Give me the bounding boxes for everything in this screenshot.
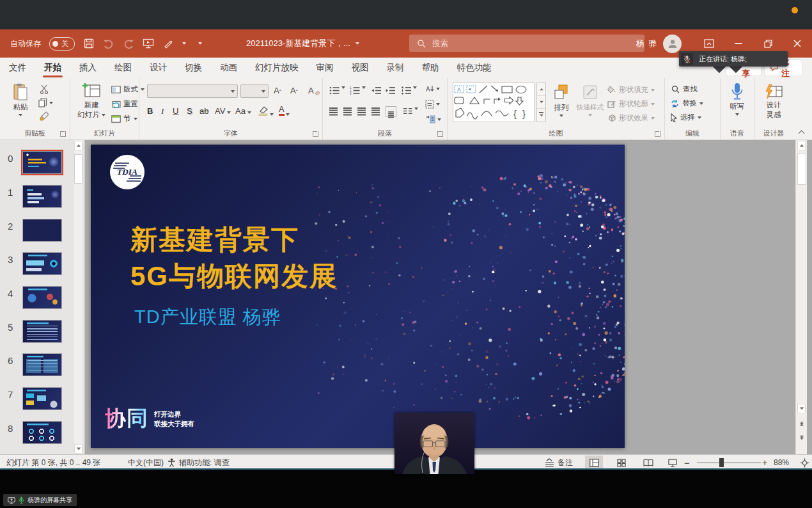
shapes-gallery[interactable]: A	[453, 83, 535, 122]
section-button[interactable]: 节	[111, 114, 137, 123]
scrollbar-thumb[interactable]	[797, 153, 806, 185]
tab-record[interactable]: 录制	[378, 58, 413, 78]
tab-home[interactable]: 开始	[35, 58, 70, 78]
shape-outline-button[interactable]: 形状轮廓	[607, 99, 655, 109]
slide-title-textbox[interactable]: 新基建背景下 5G与物联网发展	[130, 221, 338, 294]
slide-sorter-view-button[interactable]	[613, 456, 630, 470]
save-button[interactable]	[83, 38, 95, 49]
line-spacing-button[interactable]	[401, 86, 417, 95]
slide-subtitle-textbox[interactable]: TD产业联盟 杨骅	[134, 305, 281, 330]
tab-slideshow[interactable]: 幻灯片放映	[246, 58, 308, 78]
slide-thumbnail-2[interactable]	[23, 219, 61, 241]
accessibility-status[interactable]: 辅助功能: 调查	[168, 455, 230, 470]
highlight-color-button[interactable]	[258, 106, 274, 116]
zoom-slider-thumb[interactable]	[719, 458, 724, 467]
start-slideshow-button[interactable]	[143, 38, 154, 49]
quick-styles-button[interactable]: 快速样式	[575, 84, 605, 116]
zoom-in-button[interactable]: +	[762, 455, 767, 470]
slide-thumbnail-3[interactable]	[23, 253, 61, 274]
clear-formatting-button[interactable]: A	[308, 86, 320, 95]
clipboard-dialog-launcher[interactable]	[60, 131, 66, 137]
zoom-level[interactable]: 88%	[774, 455, 789, 470]
thumbnail-scroll-down-button[interactable]	[74, 444, 82, 454]
font-name-combo[interactable]	[147, 84, 238, 98]
document-title[interactable]: 20211023-新基建背景下，...	[246, 29, 359, 58]
dictate-button[interactable]: 听写	[724, 83, 750, 116]
strikethrough-button[interactable]: ab	[199, 106, 208, 116]
next-slide-button[interactable]	[797, 433, 806, 442]
fit-to-window-button[interactable]	[795, 456, 812, 470]
font-color-button[interactable]: A	[279, 105, 290, 116]
find-button[interactable]: 查找	[671, 84, 698, 94]
qat-customize-button[interactable]	[198, 42, 202, 45]
slide-thumbnail-1[interactable]	[23, 186, 61, 207]
tab-special-features[interactable]: 特色功能	[448, 58, 501, 78]
redo-button[interactable]	[123, 38, 134, 49]
shape-fill-button[interactable]: 形状填充	[607, 85, 655, 95]
bold-button[interactable]: B	[147, 106, 153, 116]
shape-effects-button[interactable]: 形状效果	[607, 113, 655, 123]
reading-view-button[interactable]	[639, 456, 657, 470]
drawing-dialog-launcher[interactable]	[655, 131, 660, 137]
slide-thumbnail-4[interactable]	[23, 287, 61, 308]
slideshow-view-button[interactable]	[664, 456, 682, 470]
tab-view[interactable]: 视图	[343, 58, 378, 78]
align-center-button[interactable]	[343, 107, 352, 109]
format-painter-button[interactable]	[40, 111, 49, 121]
thumbnail-scroll-thumb[interactable]	[74, 154, 82, 184]
presenter-webcam[interactable]	[394, 413, 474, 474]
font-size-combo[interactable]	[240, 84, 269, 98]
tab-transitions[interactable]: 切换	[176, 58, 211, 78]
account-name[interactable]: 杨 骅	[636, 38, 658, 49]
underline-button[interactable]: U	[173, 106, 178, 116]
previous-slide-button[interactable]	[797, 419, 806, 428]
replace-button[interactable]: 替换	[670, 99, 703, 108]
tab-review[interactable]: 审阅	[308, 58, 343, 78]
zoom-slider-track[interactable]	[697, 463, 761, 464]
columns-button[interactable]	[403, 107, 418, 116]
tab-design[interactable]: 设计	[141, 58, 176, 78]
grow-font-button[interactable]: Aˆ	[274, 86, 281, 95]
text-direction-button[interactable]: A	[425, 84, 440, 93]
normal-view-button[interactable]	[585, 456, 603, 470]
notes-button[interactable]: 备注	[545, 455, 573, 470]
search-input[interactable]	[432, 39, 637, 48]
align-text-button[interactable]	[425, 100, 440, 109]
document-scrollbar[interactable]	[795, 140, 807, 454]
decrease-indent-button[interactable]	[371, 86, 381, 95]
numbering-button[interactable]: 123	[350, 86, 366, 95]
justify-button[interactable]	[371, 107, 380, 109]
text-shadow-button[interactable]: S	[187, 106, 192, 116]
autosave-toggle[interactable]: 关	[49, 37, 75, 51]
zoom-out-button[interactable]: −	[684, 455, 690, 470]
copy-button[interactable]	[38, 98, 53, 107]
search-bar[interactable]	[409, 35, 644, 52]
tab-draw[interactable]: 绘图	[105, 58, 141, 78]
account-avatar[interactable]	[663, 35, 682, 53]
tab-insert[interactable]: 插入	[70, 58, 105, 78]
screen-share-chip[interactable]: 杨骅的屏幕共享	[3, 494, 77, 506]
align-left-button[interactable]	[329, 107, 338, 109]
slide-thumbnail-0[interactable]	[23, 152, 61, 173]
change-case-button[interactable]: Aa	[235, 106, 251, 116]
increase-indent-button[interactable]	[386, 86, 395, 95]
tab-file[interactable]: 文件	[0, 58, 35, 78]
shapes-gallery-scroll[interactable]	[536, 83, 546, 122]
thumbnail-scroll-up-button[interactable]	[74, 141, 82, 150]
scrollbar-down-button[interactable]	[797, 404, 806, 413]
arrange-button[interactable]: 排列	[549, 84, 574, 117]
italic-button[interactable]: I	[161, 106, 164, 116]
character-spacing-button[interactable]: AV	[215, 106, 231, 116]
language-status[interactable]: 中文(中国)	[128, 455, 164, 470]
thumbnail-scrollbar[interactable]	[73, 140, 82, 454]
ink-pen-button[interactable]	[162, 38, 174, 49]
slide-thumbnail-7[interactable]	[23, 388, 61, 409]
slide-thumbnail-8[interactable]	[23, 422, 61, 443]
cut-button[interactable]	[40, 84, 49, 94]
tab-help[interactable]: 帮助	[413, 58, 448, 78]
paste-button[interactable]: 粘贴	[6, 83, 35, 116]
scrollbar-up-button[interactable]	[797, 141, 806, 150]
slide-canvas[interactable]: TDIA 新基建背景下 5G与物联网发展 TD产业联盟 杨骅 协同 打开边界 联…	[91, 145, 625, 448]
shrink-font-button[interactable]: Aˇ	[290, 86, 298, 95]
convert-smartart-button[interactable]	[425, 115, 441, 123]
